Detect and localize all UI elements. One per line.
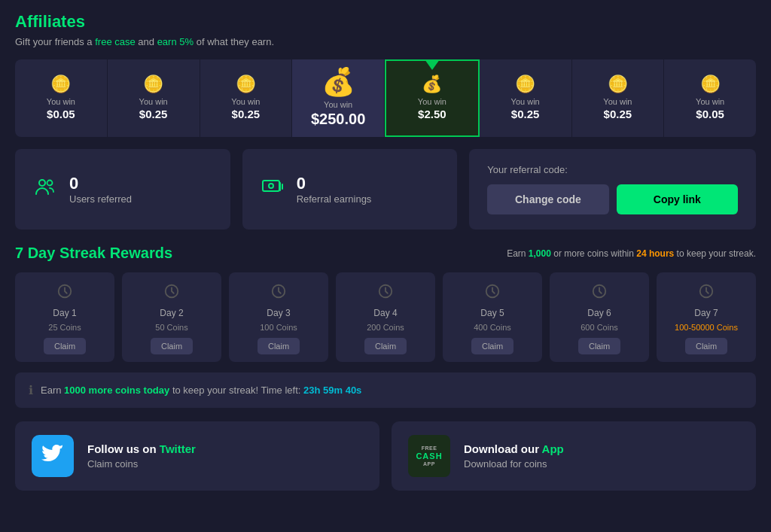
users-referred-count: 0 [69,174,132,193]
app-sub-label: Download for coins [464,458,564,470]
svg-point-3 [269,184,273,188]
day-card-4: Day 4 200 Coins Claim [336,272,435,362]
clock-icon-day-7 [698,283,715,303]
day-label-4: Day 4 [373,308,397,318]
day-card-2: Day 2 50 Coins Claim [122,272,221,362]
users-referred-label: Users referred [69,193,132,205]
clock-icon-day-4 [377,283,394,303]
app-label-prefix: Download our [464,442,542,455]
prize-icon-6: 🪙 [515,76,535,93]
streak-info-prefix: Earn [41,385,64,396]
referral-code-box: Your referral code: Change code Copy lin… [469,149,756,230]
day-label-5: Day 5 [480,308,504,318]
day-coins-1: 25 Coins [48,323,81,332]
prize-amount-8: $0.05 [696,108,724,120]
prize-item-7: 🪙 You win $0.25 [572,59,665,137]
svg-point-1 [47,181,53,186]
prize-amount-5: $2.50 [418,108,446,120]
claim-button-day-7[interactable]: Claim [685,338,727,354]
twitter-icon-box [32,435,74,477]
prize-item-5: 💰 You win $2.50 [385,59,480,137]
day-card-1: Day 1 25 Coins Claim [15,272,114,362]
twitter-cta-card[interactable]: Follow us on Twitter Claim coins [15,421,379,491]
prize-label-3: You win [231,97,260,106]
prize-label-1: You win [47,97,75,106]
clock-icon-day-5 [484,283,501,303]
referral-earnings-box: 0 Referral earnings [242,149,458,230]
claim-button-day-5[interactable]: Claim [471,338,513,354]
twitter-main-label: Follow us on Twitter [87,442,196,455]
prize-label-7: You win [603,97,632,106]
prize-label-5: You win [418,97,446,106]
badge-label-top: FREE [422,445,437,451]
prize-icon-3: 🪙 [236,76,256,93]
prize-icon-4: 💰 [322,68,355,96]
clock-icon-day-6 [591,283,608,303]
day-coins-7: 100-50000 Coins [675,323,738,332]
prize-amount-7: $0.25 [604,108,632,120]
twitter-label-prefix: Follow us on [87,442,160,455]
prize-item-6: 🪙 You win $0.25 [480,59,572,137]
subtitle-earn-pct: earn 5% [157,36,194,47]
day-card-5: Day 5 400 Coins Claim [443,272,542,362]
prize-icon-8: 🪙 [700,76,721,93]
prize-icon-2: 🪙 [143,76,163,93]
prize-item-3: 🪙 You win $0.25 [200,59,293,137]
app-cta-card[interactable]: FREE CASH APP Download our App Download … [392,421,756,491]
day-coins-2: 50 Coins [155,323,187,332]
earnings-icon [261,175,285,204]
subtitle-prefix: Gift your friends a [15,36,95,47]
referral-label: Your referral code: [487,164,738,175]
day-label-2: Day 2 [160,308,183,318]
info-icon: ℹ [29,383,33,397]
subtitle-suffix: of what they earn. [197,36,274,47]
streak-info-mid: to keep your streak! Time left: [172,385,303,396]
referral-buttons: Change code Copy link [487,184,738,214]
subtitle-free-case: free case [95,36,135,47]
prize-amount-4: $250.00 [311,111,365,128]
day-card-6: Day 6 600 Coins Claim [550,272,649,362]
prize-slider: 🪙 You win $0.05 🪙 You win $0.25 🪙 You wi… [15,59,756,137]
users-icon [33,175,57,204]
app-badge: FREE CASH APP [408,435,450,477]
streak-hint-prefix: Earn [507,248,529,259]
prize-item-4: 💰 You win $250.00 [292,59,385,137]
clock-icon-day-2 [163,283,180,303]
day-coins-5: 400 Coins [474,323,511,332]
claim-button-day-6[interactable]: Claim [578,338,620,354]
badge-label-bot: APP [423,461,435,467]
streak-hint: Earn 1,000 or more coins within 24 hours… [507,248,756,259]
streak-hint-time: 24 hours [636,248,674,259]
streak-header: 7 Day Streak Rewards Earn 1,000 or more … [15,245,756,262]
streak-info-text: Earn 1000 more coins today to keep your … [41,385,361,396]
claim-button-day-3[interactable]: Claim [258,338,300,354]
app-text: Download our App Download for coins [464,442,564,470]
day-coins-4: 200 Coins [367,323,404,332]
day-label-7: Day 7 [694,308,718,318]
day-label-6: Day 6 [587,308,611,318]
prize-item-2: 🪙 You win $0.25 [108,59,200,137]
day-label-1: Day 1 [53,308,76,318]
clock-icon-day-3 [270,283,287,303]
prize-icon-7: 🪙 [608,76,628,93]
streak-hint-mid: or more coins within [553,248,636,259]
claim-button-day-1[interactable]: Claim [44,338,86,354]
clock-icon-day-1 [56,283,73,303]
app-main-label: Download our App [464,442,564,455]
streak-hint-suffix: to keep your streak. [677,248,756,259]
twitter-text: Follow us on Twitter Claim coins [87,442,196,470]
app-label-hl: App [542,442,564,455]
subtitle: Gift your friends a free case and earn 5… [15,36,756,47]
prize-amount-2: $0.25 [139,108,168,120]
claim-button-day-2[interactable]: Claim [151,338,193,354]
prize-label-2: You win [139,97,168,106]
prize-label-4: You win [324,100,352,109]
referral-earnings-count: 0 [297,174,372,193]
prize-track: 🪙 You win $0.05 🪙 You win $0.25 🪙 You wi… [15,59,756,137]
subtitle-mid: and [138,36,157,47]
claim-button-day-4[interactable]: Claim [364,338,407,354]
streak-days: Day 1 25 Coins Claim Day 2 50 Coins Clai… [15,272,756,362]
copy-link-button[interactable]: Copy link [617,184,738,214]
streak-section: 7 Day Streak Rewards Earn 1,000 or more … [15,245,756,408]
change-code-button[interactable]: Change code [487,184,608,214]
